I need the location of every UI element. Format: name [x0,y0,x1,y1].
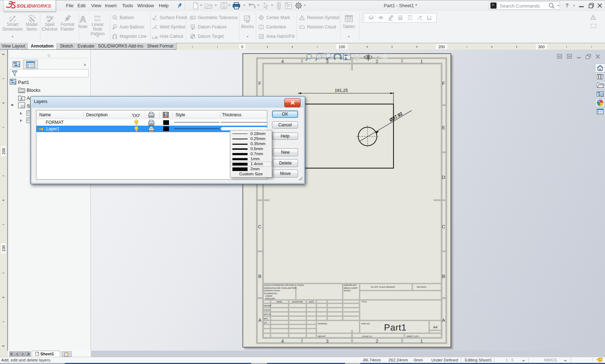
svg-text:SCALE:1:5: SCALE:1:5 [362,336,372,338]
svg-text:WEIGHT:: WEIGHT: [318,336,326,338]
svg-text:DWG NO.: DWG NO. [361,323,370,325]
svg-text:AAA: AAA [94,18,101,22]
svg-text:B: B [442,274,445,279]
svg-text:F: F [258,81,261,86]
svg-text:SURFACE FINISH:: SURFACE FINISH: [264,290,280,292]
svg-text:A: A [245,17,248,20]
svg-text:Part1: Part1 [384,323,406,333]
svg-text:1: 1 [114,16,116,19]
svg-text:LINEAR:: LINEAR: [265,295,273,297]
svg-text:C: C [258,224,261,229]
svg-text:A: A [442,318,445,323]
svg-text:MATERIAL:: MATERIAL: [318,323,328,325]
svg-text:ANGULAR:: ANGULAR: [265,298,275,300]
svg-text:MFG: MFG [264,318,268,320]
svg-text:DATE: DATE [309,301,314,303]
svg-text:4: 4 [281,338,284,344]
svg-text:FINISH:: FINISH: [297,284,304,287]
svg-text:2: 2 [375,338,378,344]
svg-text:E: E [442,125,445,130]
svg-text:DRAWN: DRAWN [264,305,271,307]
svg-text:191,25: 191,25 [335,88,348,93]
svg-text:Q.A: Q.A [264,322,267,324]
svg-text:AAA: AAA [94,15,101,18]
svg-text:TOLERANCES:: TOLERANCES: [264,293,277,295]
svg-text:BREAK SHARP: BREAK SHARP [344,287,358,289]
svg-text:Abc: Abc [46,15,54,19]
svg-text:REVISION: REVISION [417,286,426,288]
svg-text:NAME: NAME [276,301,282,303]
svg-text:A: A [258,318,262,323]
svg-text:B: B [258,274,262,279]
svg-text:4: 4 [281,59,284,64]
svg-text:A4: A4 [433,325,438,329]
svg-text:A: A [22,91,23,93]
svg-text:SHEET 1 OF 1: SHEET 1 OF 1 [406,336,419,338]
svg-text:TITLE:: TITLE: [361,301,367,303]
svg-text:1: 1 [420,338,423,344]
svg-text:DO NOT SCALE DRAWING: DO NOT SCALE DRAWING [371,286,395,288]
svg-text:C: C [442,224,445,229]
svg-text:UNLESS OTHERWISE SPECIFIED:: UNLESS OTHERWISE SPECIFIED: [264,284,295,287]
svg-text:0.1: 0.1 [193,17,196,19]
svg-text:APPV'D: APPV'D [264,314,271,316]
svg-text:DIMENSIONS ARE IN MILLIMETERS: DIMENSIONS ARE IN MILLIMETERS [264,287,297,289]
svg-text:CHK'D: CHK'D [264,309,270,311]
svg-text:A: A [20,97,23,101]
svg-text:SIGNATURE: SIGNATURE [292,301,303,303]
svg-text:D: D [442,175,445,180]
svg-text:DEBURR AND: DEBURR AND [344,284,356,287]
svg-text:A: A [80,14,86,23]
svg-text:F: F [442,81,445,86]
svg-text:1: 1 [420,59,423,64]
svg-text:EDGES: EDGES [344,290,351,292]
svg-text:3: 3 [326,338,328,344]
svg-text:A: A [192,25,194,28]
